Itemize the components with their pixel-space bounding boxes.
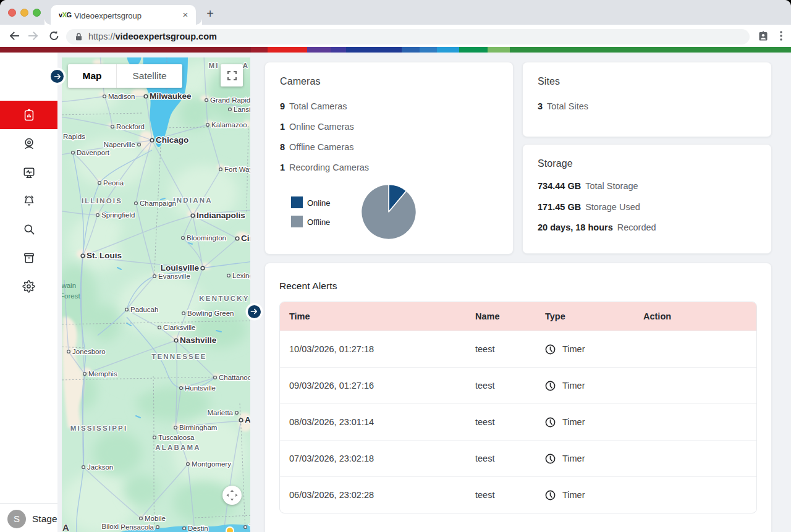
alert-row[interactable]: 10/03/2026, 01:27:18teestTimer	[280, 331, 756, 367]
storage-card-title: Storage	[538, 158, 573, 169]
kebab-menu-icon[interactable]	[780, 31, 782, 41]
pan-button[interactable]	[222, 486, 242, 505]
reload-icon[interactable]	[49, 31, 59, 41]
map-city-label: Indianapolis	[197, 211, 245, 220]
brand-strip-segment	[459, 47, 488, 53]
map-city-label: Lansing	[234, 106, 250, 113]
sidebar-item-alerts[interactable]	[0, 187, 57, 215]
address-bar[interactable]: https://videoexpertsgroup.com	[66, 29, 750, 44]
profile-badge-icon[interactable]	[758, 31, 768, 41]
stat-value: 8	[280, 142, 285, 152]
window-minimize-button[interactable]	[20, 9, 28, 17]
map-city-dot	[153, 275, 156, 278]
stat-line: 1Online Cameras	[280, 122, 354, 132]
fullscreen-icon	[227, 71, 237, 80]
brand-strip-segment	[437, 47, 459, 53]
settings-icon	[22, 279, 36, 293]
map-forest-label: Twain	[62, 282, 76, 289]
map-city-dot	[187, 463, 190, 466]
map-city-dot	[227, 274, 231, 277]
map-city-dot	[214, 376, 217, 379]
map-panel[interactable]: MIAILLINOISINDIANAKENTUCKYTENNESSEEMISSI…	[62, 57, 250, 532]
map-city-label: Davenport	[77, 149, 110, 156]
map-city-label: Madison	[108, 93, 135, 100]
map-city-dot	[229, 108, 232, 111]
stat-label: Total Sites	[547, 101, 588, 111]
tab-close-icon[interactable]: ×	[180, 9, 191, 20]
browser-tab[interactable]: vXG Videoexpertsgroup ×	[51, 5, 196, 25]
stat-value: 1	[280, 163, 285, 172]
alert-row[interactable]: 08/03/2026, 23:01:14teestTimer	[280, 403, 756, 440]
brand-strip-segment	[420, 47, 437, 53]
map-canvas: MIAILLINOISINDIANAKENTUCKYTENNESSEEMISSI…	[62, 57, 250, 532]
timer-icon	[545, 344, 556, 355]
camera-icon	[22, 137, 36, 150]
satellite-button[interactable]: Satellite	[117, 64, 182, 88]
alert-type: Timer	[545, 417, 643, 428]
brand-strip-segment	[331, 47, 346, 53]
sidebar-item-dashboard[interactable]	[0, 101, 57, 129]
legend-label: Online	[307, 198, 331, 208]
window-zoom-button[interactable]	[33, 9, 41, 17]
stat-value: 20 days, 18 hours	[538, 222, 613, 232]
map-state-label: ILLINOIS	[82, 197, 122, 205]
map-city-dot	[67, 350, 70, 353]
alert-type: Timer	[545, 344, 643, 355]
user-name: Stage	[32, 510, 57, 528]
map-city-dot	[150, 138, 154, 142]
forward-icon[interactable]	[28, 30, 39, 41]
sidebar-item-search[interactable]	[0, 215, 57, 243]
stat-value: 3	[538, 101, 543, 111]
map-city-dot	[235, 237, 239, 240]
window-close-button[interactable]	[8, 9, 16, 17]
map-city-label: Kalamazoo	[211, 121, 247, 129]
alert-time: 06/03/2026, 23:02:28	[280, 490, 475, 500]
sidebar-item-camera[interactable]	[0, 129, 57, 158]
map-city-label: Nashville	[180, 336, 217, 345]
map-state-label: ALABAMA	[155, 444, 201, 451]
sidebar-collapse-toggle[interactable]	[51, 70, 64, 83]
search-icon	[22, 222, 36, 236]
brand-strip-segment	[307, 47, 331, 53]
map-city-dot	[244, 526, 247, 529]
cameras-card-title: Cameras	[280, 76, 321, 87]
legend-swatch-online	[291, 196, 303, 208]
avatar[interactable]: S	[7, 510, 26, 528]
map-city-label: Jonesboro	[72, 348, 106, 355]
column-header-name: Name	[475, 311, 545, 321]
map-city-label: Rockford	[116, 123, 145, 130]
stat-line: 1Recording Cameras	[280, 163, 369, 172]
sidebar-item-player[interactable]	[0, 158, 57, 187]
alert-row[interactable]: 06/03/2026, 23:02:28teestTimer	[280, 476, 756, 513]
map-city-label: Mobile	[145, 515, 166, 522]
sidebar-item-archive[interactable]	[0, 244, 57, 272]
back-icon[interactable]	[9, 30, 20, 41]
sidebar: S Stage	[0, 53, 57, 532]
new-tab-button[interactable]: +	[202, 6, 218, 22]
map-city-label: Biloxi	[102, 523, 119, 530]
archive-icon	[22, 251, 36, 265]
map-city-label: Lexington	[232, 272, 250, 279]
alert-row[interactable]: 09/03/2026, 01:27:16teestTimer	[280, 367, 756, 403]
column-header-type: Type	[545, 311, 643, 321]
alert-type: Timer	[545, 454, 643, 464]
map-city-label: Montgomery	[192, 460, 231, 468]
map-city-label: Peoria	[103, 179, 124, 187]
map-state-label: MISSISSIPPI	[70, 424, 128, 432]
fullscreen-button[interactable]	[221, 64, 243, 87]
map-city-dot	[125, 308, 129, 311]
map-city-dot	[135, 202, 138, 205]
map-city-label: Cincinnati	[241, 234, 250, 243]
column-header-time: Time	[280, 311, 475, 321]
map-city-label: Springfield	[101, 211, 135, 219]
brand-strip-segment	[488, 47, 510, 53]
stat-line: 8Offline Cameras	[280, 142, 354, 152]
lock-icon	[75, 33, 83, 41]
sidebar-item-settings[interactable]	[0, 272, 57, 301]
map-city-dot	[158, 326, 161, 329]
browser-toolbar: https://videoexpertsgroup.com	[0, 25, 791, 47]
map-button[interactable]: Map	[68, 64, 116, 88]
map-state-label: MI	[208, 62, 219, 69]
map-expand-toggle[interactable]	[248, 305, 261, 318]
alert-row[interactable]: 07/03/2026, 23:02:18teestTimer	[280, 440, 756, 476]
